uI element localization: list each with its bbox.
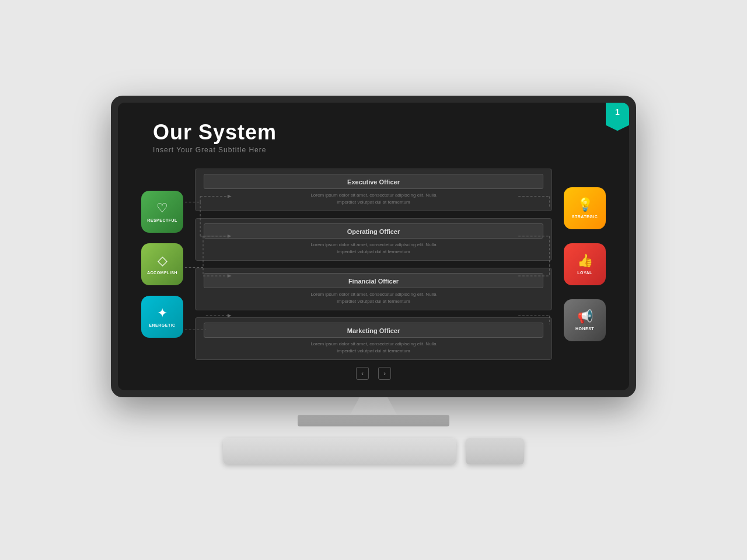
right-icons-column: 💡 STRATEGIC 👍 LOYAL 📢 HONEST xyxy=(564,187,606,341)
diagram: ♡ RESPECTFUL ◇ ACCOMPLISH ✦ ENERGETIC xyxy=(141,161,606,367)
monitor-stand-neck xyxy=(350,397,397,415)
title-section: Our System Insert Your Great Subtitle He… xyxy=(153,120,277,154)
nav-prev-button[interactable]: ‹ xyxy=(356,367,369,380)
screen: 1 Our System Insert Your Great Subtitle … xyxy=(118,103,629,390)
monitor: 1 Our System Insert Your Great Subtitle … xyxy=(111,96,636,397)
slide-title: Our System xyxy=(153,120,277,145)
executive-title: Executive Officer xyxy=(347,178,400,186)
honest-label: HONEST xyxy=(575,327,594,331)
executive-desc: Lorem ipsum dolor sit amet, consectetur … xyxy=(204,192,543,206)
accomplish-label: ACCOMPLISH xyxy=(147,271,177,275)
icon-box-loyal: 👍 LOYAL xyxy=(564,243,606,285)
energetic-label: ENERGETIC xyxy=(149,323,175,327)
keyboard xyxy=(223,438,456,464)
strategic-icon: 💡 xyxy=(577,197,593,212)
keyboard-area xyxy=(223,438,524,464)
icon-box-strategic: 💡 STRATEGIC xyxy=(564,187,606,229)
icon-box-energetic: ✦ ENERGETIC xyxy=(141,296,183,338)
slide-number: 1 xyxy=(615,107,620,117)
financial-desc: Lorem ipsum dolor sit amet, consectetur … xyxy=(204,291,543,305)
icon-box-honest: 📢 HONEST xyxy=(564,299,606,341)
marketing-title: Marketing Officer xyxy=(347,327,400,334)
prev-icon: ‹ xyxy=(361,370,364,377)
marketing-officer-card: Marketing Officer Lorem ipsum dolor sit … xyxy=(195,317,552,360)
accomplish-icon: ◇ xyxy=(158,253,167,268)
operating-title-bar: Operating Officer xyxy=(204,223,543,239)
executive-title-bar: Executive Officer xyxy=(204,174,543,189)
financial-officer-card: Financial Officer Lorem ipsum dolor sit … xyxy=(195,268,552,310)
operating-officer-card: Operating Officer Lorem ipsum dolor sit … xyxy=(195,218,552,261)
loyal-icon: 👍 xyxy=(577,253,593,268)
trackpad xyxy=(466,438,524,464)
honest-icon: 📢 xyxy=(577,309,593,324)
marketing-title-bar: Marketing Officer xyxy=(204,323,543,338)
monitor-bezel: 1 Our System Insert Your Great Subtitle … xyxy=(118,103,629,390)
icon-box-respectful: ♡ RESPECTFUL xyxy=(141,191,183,233)
officers-column: Executive Officer Lorem ipsum dolor sit … xyxy=(195,169,552,360)
nav-next-button[interactable]: › xyxy=(378,367,391,380)
left-icons-column: ♡ RESPECTFUL ◇ ACCOMPLISH ✦ ENERGETIC xyxy=(141,191,183,338)
slide-subtitle: Insert Your Great Subtitle Here xyxy=(153,146,277,154)
respectful-label: RESPECTFUL xyxy=(147,218,177,222)
loyal-label: LOYAL xyxy=(577,271,592,275)
slide-badge: 1 xyxy=(606,103,629,131)
operating-title: Operating Officer xyxy=(347,228,400,235)
executive-officer-card: Executive Officer Lorem ipsum dolor sit … xyxy=(195,169,552,211)
financial-title: Financial Officer xyxy=(348,278,399,285)
marketing-desc: Lorem ipsum dolor sit amet, consectetur … xyxy=(204,341,543,355)
energetic-icon: ✦ xyxy=(157,306,167,321)
icon-box-accomplish: ◇ ACCOMPLISH xyxy=(141,243,183,285)
strategic-label: STRATEGIC xyxy=(572,215,598,219)
next-icon: › xyxy=(383,370,386,377)
respectful-icon: ♡ xyxy=(156,201,168,216)
monitor-stand-base xyxy=(298,415,449,426)
operating-desc: Lorem ipsum dolor sit amet, consectetur … xyxy=(204,242,543,256)
financial-title-bar: Financial Officer xyxy=(204,273,543,288)
scene: 1 Our System Insert Your Great Subtitle … xyxy=(82,96,665,464)
